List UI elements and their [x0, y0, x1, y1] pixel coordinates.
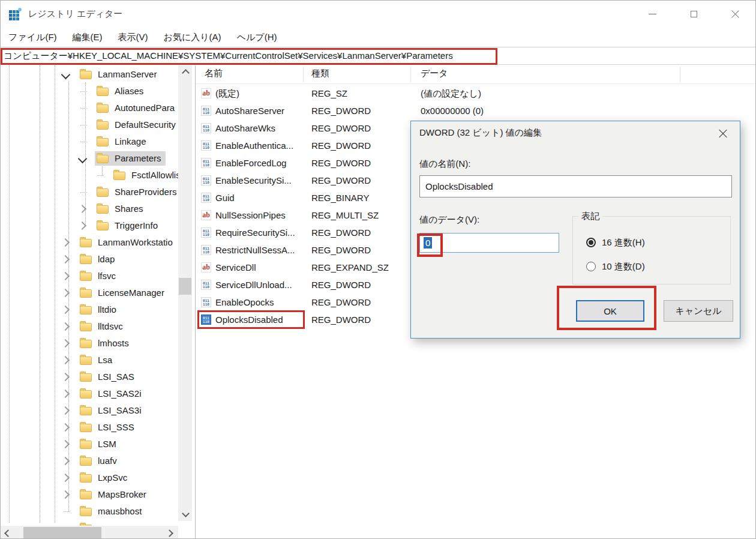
tree-item[interactable]: LSM: [1, 436, 195, 453]
tree-expander-icon[interactable]: [61, 474, 70, 482]
value-type-cell: REG_EXPAND_SZ: [311, 259, 389, 276]
tree-expander-icon[interactable]: [61, 423, 70, 432]
close-button[interactable]: [718, 1, 752, 28]
folder-icon: [80, 407, 92, 415]
tree-item[interactable]: lltdio: [1, 301, 195, 318]
tree-expander-icon[interactable]: [61, 373, 70, 381]
cancel-button[interactable]: キャンセル: [664, 300, 733, 322]
tree-item[interactable]: LSI_SAS2i: [1, 385, 195, 402]
tree-item[interactable]: LxpSvc: [1, 469, 195, 486]
tree-expander-icon[interactable]: [61, 306, 70, 314]
tree-item-label: LxpSvc: [98, 469, 127, 486]
column-separator[interactable]: [303, 67, 304, 82]
radio-hexadecimal-label[interactable]: 16 進数(H): [602, 238, 645, 247]
menu-edit[interactable]: 編集(E): [65, 32, 110, 43]
tree-expander-icon[interactable]: [61, 255, 70, 263]
tree-item[interactable]: MapsBroker: [1, 486, 195, 503]
tree-expander-icon[interactable]: [97, 175, 104, 176]
tree-expander-icon[interactable]: [78, 205, 86, 213]
scroll-right-icon[interactable]: [166, 529, 173, 537]
tree-expander-icon[interactable]: [61, 356, 70, 364]
maximize-button[interactable]: [677, 1, 710, 28]
folder-icon: [97, 138, 109, 146]
tree-item[interactable]: DefaultSecurity: [1, 116, 195, 133]
value-type-cell: REG_BINARY: [311, 189, 369, 206]
tree-expander-icon[interactable]: [61, 457, 70, 465]
tree-item[interactable]: lfsvc: [1, 268, 195, 285]
tree-item[interactable]: mausbhost: [1, 503, 195, 520]
menu-help[interactable]: ヘルプ(H): [229, 32, 285, 43]
vertical-scrollbar-thumb[interactable]: [179, 278, 191, 295]
tree-item[interactable]: lmhosts: [1, 335, 195, 352]
horizontal-scrollbar-thumb[interactable]: [23, 527, 101, 538]
tree-item[interactable]: ldap: [1, 251, 195, 268]
tree-horizontal-scrollbar[interactable]: [1, 526, 178, 539]
tree-expander-icon[interactable]: [61, 272, 70, 280]
tree-expander-icon[interactable]: [78, 154, 88, 164]
tree-expander-icon[interactable]: [61, 490, 70, 499]
tree-item[interactable]: LSI_SSS: [1, 419, 195, 436]
tree-item[interactable]: [1, 520, 195, 526]
menu-file[interactable]: ファイル(F): [1, 32, 65, 43]
column-header-name[interactable]: 名前: [205, 68, 223, 79]
tree-expander-icon[interactable]: [61, 339, 70, 348]
tree-item[interactable]: LanmanServer: [1, 66, 195, 83]
value-name-field[interactable]: OplocksDisabled: [419, 175, 732, 197]
tree-expander-icon[interactable]: [78, 221, 86, 230]
tree-item[interactable]: LanmanWorkstatio: [1, 234, 195, 251]
icon-glyph: 110: [203, 111, 209, 115]
radio-hexadecimal[interactable]: [586, 238, 596, 247]
tree-item[interactable]: TriggerInfo: [1, 217, 195, 234]
tree-item-label: ldap: [98, 251, 115, 268]
tree-item[interactable]: ShareProviders: [1, 184, 195, 200]
tree-item[interactable]: LicenseManager: [1, 285, 195, 301]
scroll-left-icon[interactable]: [4, 529, 12, 537]
tree-item[interactable]: Linkage: [1, 133, 195, 150]
tree-expander-icon[interactable]: [61, 322, 70, 331]
tree-expander-icon[interactable]: [61, 406, 70, 415]
tree-vertical-scrollbar[interactable]: [178, 65, 192, 521]
tree-expander-icon[interactable]: [61, 440, 70, 448]
column-header-data[interactable]: データ: [421, 68, 448, 79]
scroll-down-icon[interactable]: [182, 510, 190, 517]
tree-item[interactable]: Parameters: [1, 150, 195, 167]
icon-glyph: ab: [202, 89, 210, 97]
minimize-button[interactable]: [635, 1, 669, 28]
tree-item[interactable]: AutotunedPara: [1, 100, 195, 116]
tree-item[interactable]: Aliases: [1, 83, 195, 100]
tree-item[interactable]: FsctlAllowlis: [1, 167, 195, 184]
tree-expander-icon[interactable]: [64, 511, 70, 512]
registry-value-row[interactable]: 011110 AutoShareServer REG_DWORD 0x00000…: [196, 102, 756, 119]
tree-item-label: LSI_SAS: [98, 369, 134, 385]
tree-item[interactable]: LSI_SAS3i: [1, 402, 195, 419]
folder-icon: [97, 88, 109, 96]
tree-expander-icon[interactable]: [80, 192, 87, 193]
tree-expander-icon[interactable]: [80, 125, 87, 125]
menu-favorites[interactable]: お気に入り(A): [156, 32, 229, 43]
registry-value-row[interactable]: ab (既定) REG_SZ (値の設定なし): [196, 85, 756, 102]
tree-item[interactable]: Shares: [1, 200, 195, 217]
column-header-type[interactable]: 種類: [311, 68, 329, 79]
column-separator[interactable]: [410, 67, 411, 82]
menu-view[interactable]: 表示(V): [110, 32, 156, 43]
tree-expander-icon[interactable]: [80, 142, 87, 142]
folder-icon: [80, 357, 92, 365]
icon-glyph: 110: [203, 250, 209, 254]
tree-expander-icon[interactable]: [61, 390, 70, 398]
column-separator[interactable]: [680, 67, 680, 82]
radio-decimal[interactable]: [586, 262, 596, 271]
tree-expander-icon[interactable]: [61, 70, 71, 80]
tree-item[interactable]: luafv: [1, 453, 195, 469]
value-name-cell: (既定): [215, 85, 239, 102]
tree-expander-icon[interactable]: [61, 238, 70, 247]
scroll-up-icon[interactable]: [182, 69, 190, 77]
tree-expander-icon[interactable]: [80, 91, 87, 92]
icon-glyph: 110: [203, 181, 209, 184]
tree-item[interactable]: LSI_SAS: [1, 369, 195, 385]
tree-expander-icon[interactable]: [61, 289, 70, 297]
tree-item[interactable]: Lsa: [1, 352, 195, 369]
tree-expander-icon[interactable]: [80, 108, 87, 109]
dialog-close-button[interactable]: [713, 125, 733, 142]
radio-decimal-label[interactable]: 10 進数(D): [602, 262, 645, 271]
tree-item[interactable]: lltdsvc: [1, 318, 195, 335]
